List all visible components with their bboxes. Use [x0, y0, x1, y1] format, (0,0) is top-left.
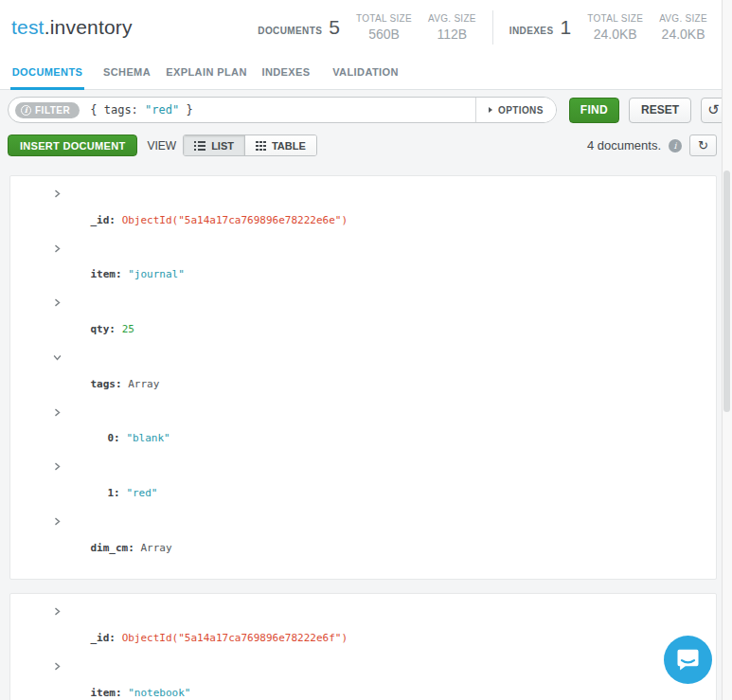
view-label: VIEW	[147, 139, 176, 153]
compass-collection-view: test.inventory DOCUMENTS 5 TOTAL SIZE 56…	[0, 0, 732, 700]
options-label: OPTIONS	[498, 105, 544, 116]
namespace-title: test.inventory	[11, 16, 133, 39]
avg-size-label: AVG. SIZE	[659, 13, 707, 24]
document-field-row: 0: "blank"	[10, 405, 716, 460]
field-value: "blank"	[126, 432, 170, 444]
field-key: 1:	[108, 487, 127, 499]
query-filter-input[interactable]: i FILTER { tags: "red" } OPTIONS	[8, 97, 557, 123]
field-key: _id:	[91, 214, 122, 226]
table-icon	[256, 141, 266, 151]
tab-documents[interactable]: DOCUMENTS	[8, 55, 87, 89]
indexes-stat-value: 1	[561, 16, 572, 39]
tab-explain-plan[interactable]: EXPLAIN PLAN	[167, 55, 246, 89]
documents-stat-value: 5	[329, 16, 340, 39]
options-button[interactable]: OPTIONS	[475, 98, 556, 122]
collection-stats: DOCUMENTS 5 TOTAL SIZE 560B AVG. SIZE 11…	[258, 10, 707, 45]
vertical-scrollbar	[722, 0, 732, 700]
filter-query-suffix: }	[179, 103, 192, 117]
total-size-label: TOTAL SIZE	[587, 13, 643, 24]
filter-badge-label: FILTER	[35, 105, 70, 116]
filter-query-prefix: { tags:	[90, 103, 145, 117]
filter-info-icon: i	[21, 105, 31, 116]
table-label: TABLE	[272, 140, 306, 152]
field-value: ObjectId("5a14a17ca769896e78222e6f")	[122, 632, 348, 644]
support-chat-button[interactable]	[664, 636, 712, 684]
expand-toggle-icon[interactable]	[52, 352, 62, 363]
filter-query-text: { tags: "red" }	[90, 103, 475, 117]
field-value: 25	[122, 323, 134, 335]
chat-bubble-icon	[664, 636, 712, 684]
document-card: _id: ObjectId("5a14a17ca769896e78222e6f"…	[9, 593, 717, 700]
field-key: item:	[91, 687, 129, 699]
field-value: Array	[128, 378, 159, 390]
history-icon: ↺	[707, 101, 720, 118]
view-table-button[interactable]: TABLE	[244, 135, 316, 155]
total-size-value: 24.0KB	[587, 27, 643, 42]
count-info-icon[interactable]: i	[669, 139, 682, 153]
expand-toggle-icon[interactable]	[52, 461, 62, 472]
field-key: dim_cm:	[91, 542, 141, 554]
document-field-row: _id: ObjectId("5a14a17ca769896e78222e6e"…	[10, 187, 716, 242]
avg-size-label: AVG. SIZE	[428, 13, 476, 24]
list-label: LIST	[211, 140, 234, 152]
tab-indexes[interactable]: INDEXES	[246, 55, 326, 89]
expand-toggle-icon[interactable]	[52, 516, 62, 527]
documents-toolbar: INSERT DOCUMENT VIEW LIST TABLE 4 docume…	[0, 129, 732, 168]
expand-toggle-icon[interactable]	[52, 188, 62, 199]
refresh-icon: ↻	[698, 138, 708, 153]
tab-schema[interactable]: SCHEMA	[87, 55, 167, 89]
field-value: "journal"	[128, 268, 185, 280]
expand-toggle-icon[interactable]	[52, 661, 62, 672]
document-field-row: tags: Array	[10, 350, 716, 405]
field-value: "red"	[126, 487, 157, 499]
field-value: ObjectId("5a14a17ca769896e78222e6e")	[122, 214, 348, 226]
documents-stat-label: DOCUMENTS	[258, 26, 322, 36]
stats-divider	[492, 10, 493, 45]
field-key: 0:	[108, 432, 127, 444]
caret-right-icon	[489, 107, 492, 113]
total-size-value: 560B	[356, 27, 412, 42]
documents-pane: i FILTER { tags: "red" } OPTIONS FIND RE…	[0, 90, 732, 700]
list-icon	[194, 141, 205, 151]
expand-toggle-icon[interactable]	[52, 606, 62, 617]
indexes-stat: INDEXES 1	[509, 16, 571, 39]
expand-toggle-icon[interactable]	[52, 407, 62, 418]
field-value: Array	[140, 542, 171, 554]
tab-validation[interactable]: VALIDATION	[326, 55, 405, 89]
collection-tabbar: DOCUMENTS SCHEMA EXPLAIN PLAN INDEXES VA…	[0, 55, 732, 90]
refresh-documents-button[interactable]: ↻	[689, 135, 717, 156]
find-button[interactable]: FIND	[569, 98, 619, 123]
view-switcher: LIST TABLE	[183, 135, 317, 156]
database-name: test	[11, 16, 45, 38]
view-list-button[interactable]: LIST	[184, 135, 244, 155]
reset-button[interactable]: RESET	[629, 98, 691, 123]
insert-document-button[interactable]: INSERT DOCUMENT	[8, 135, 137, 156]
field-key: tags:	[91, 378, 129, 390]
field-key: _id:	[91, 632, 122, 644]
documents-total-size: TOTAL SIZE 560B	[356, 13, 412, 42]
document-field-row: 1: "red"	[10, 459, 716, 514]
query-bar: i FILTER { tags: "red" } OPTIONS FIND RE…	[0, 90, 732, 129]
filter-badge: i FILTER	[15, 102, 80, 118]
indexes-avg-size: AVG. SIZE 24.0KB	[659, 13, 707, 42]
document-list: _id: ObjectId("5a14a17ca769896e78222e6e"…	[0, 168, 732, 700]
documents-stat: DOCUMENTS 5	[258, 16, 340, 39]
collection-header: test.inventory DOCUMENTS 5 TOTAL SIZE 56…	[0, 0, 732, 55]
field-key: qty:	[91, 323, 122, 335]
expand-toggle-icon[interactable]	[52, 243, 62, 254]
avg-size-value: 112B	[428, 27, 476, 42]
document-field-row: qty: 25	[10, 296, 716, 350]
documents-avg-size: AVG. SIZE 112B	[428, 13, 476, 42]
field-key: item:	[91, 268, 129, 280]
document-field-row: _id: ObjectId("5a14a17ca769896e78222e6f"…	[10, 604, 716, 659]
field-value: "notebook"	[128, 687, 190, 699]
document-field-row: item: "notebook"	[10, 659, 716, 700]
expand-toggle-icon[interactable]	[52, 297, 62, 308]
document-card: _id: ObjectId("5a14a17ca769896e78222e6e"…	[9, 175, 717, 580]
avg-size-value: 24.0KB	[659, 27, 707, 42]
document-count: 4 documents.	[587, 138, 661, 153]
collection-name: inventory	[50, 16, 133, 38]
filter-query-string: "red"	[145, 103, 179, 117]
total-size-label: TOTAL SIZE	[356, 13, 412, 24]
scrollbar-thumb[interactable]	[723, 171, 730, 412]
